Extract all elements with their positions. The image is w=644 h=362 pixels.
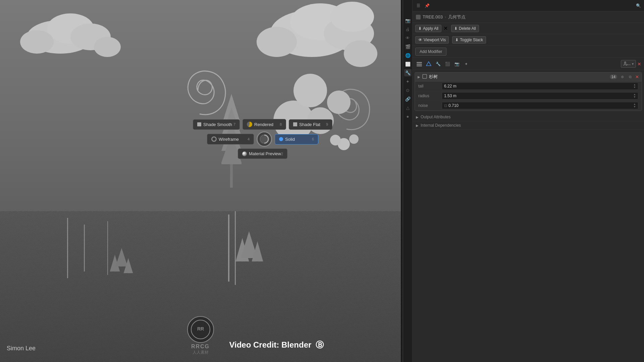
breadcrumb: TREE.003 › 几何节点 — [413, 11, 644, 23]
panel-output-icon[interactable]: 🖨 — [404, 25, 412, 33]
add-modifier-label: Add Modifier — [420, 49, 442, 54]
rendered-icon — [247, 122, 252, 127]
prop-radius: radius 1.53 m ▲ ▼ — [415, 91, 642, 101]
mod-duplicate-btn[interactable]: ⧉ — [627, 74, 633, 80]
svg-marker-4 — [116, 248, 128, 266]
apply-all-label: Apply All — [423, 26, 438, 31]
material-preview-btn[interactable]: Material Preview 2 — [238, 148, 287, 159]
prop-noise-down[interactable]: ▼ — [633, 106, 636, 108]
panel-actions-row2: 👁 Viewport Vis ⬇ Toggle Stack — [413, 34, 644, 46]
panel-data-icon[interactable]: △ — [404, 104, 412, 111]
mod-type-geo-icon[interactable] — [425, 60, 433, 68]
panel-physics-icon[interactable]: ⊙ — [404, 86, 412, 94]
viewport-vis-btn[interactable]: 👁 Viewport Vis — [415, 36, 449, 44]
prop-radius-input[interactable]: 1.53 m ▲ ▼ — [442, 92, 638, 100]
mod-copy-btn[interactable]: ⊕ — [619, 74, 625, 80]
shade-smooth-label: Shade Smooth — [203, 122, 232, 127]
panel-actions-row: ⬇ Apply All ✕ ⬇ Delete All — [413, 23, 644, 34]
watermark-sub: 人人素材 — [193, 350, 209, 355]
output-attributes-label: Output Attributes — [421, 115, 450, 119]
properties-panel: 📷 🖨 👁 🎬 🌐 ⬜ 🔧 ✦ ⊙ 🔗 △ ● ☰ 📌 🔍 TREE.003 ›… — [402, 0, 644, 362]
prop-tall-input[interactable]: 6.22 m ▲ ▼ — [442, 82, 638, 90]
panel-object-icon[interactable]: ⬜ — [404, 60, 412, 68]
modifier-type-bar: 🔧 ⬛ 📷 ✦ 几... ▾ ✕ — [413, 58, 644, 70]
blender-icon: Ⓑ — [316, 340, 324, 349]
output-attributes-section[interactable]: ▶ Output Attributes — [413, 113, 644, 121]
prop-tall-down[interactable]: ▼ — [633, 86, 636, 89]
panel-constraints-icon[interactable]: 🔗 — [404, 95, 412, 103]
material-preview-label: Material Preview — [249, 151, 281, 156]
internal-chevron: ▶ — [416, 124, 419, 127]
solid-btn[interactable]: Solid 6 — [275, 134, 318, 144]
solid-key: 6 — [312, 137, 314, 141]
prop-noise: noise ⊡ 0.710 ▲ ▼ — [415, 101, 642, 111]
panel-material-icon[interactable]: ● — [404, 113, 412, 120]
viewport-3d[interactable]: Shade Smooth 7 Rendered 8 Shade Flat 9 — [0, 0, 401, 362]
svg-rect-21 — [423, 74, 427, 78]
mod-expand-icon[interactable]: ▶ — [418, 75, 420, 79]
apply-all-close[interactable]: ✕ — [443, 25, 448, 32]
mod-delete-btn[interactable]: ✕ — [635, 74, 639, 79]
panel-render-icon[interactable]: 📷 — [404, 17, 412, 24]
prop-noise-arrows: ▲ ▼ — [633, 103, 636, 108]
toggle-stack-label: Toggle Stack — [460, 38, 483, 42]
view-menu-row-mid: Wireframe 4 Solid 6 — [207, 131, 318, 147]
panel-particles-icon[interactable]: ✦ — [404, 78, 412, 85]
panel-top-bar: ☰ 📌 🔍 — [413, 0, 644, 11]
mod-type-box-icon[interactable]: ⬛ — [443, 60, 451, 68]
toggle-stack-btn[interactable]: ⬇ Toggle Stack — [452, 36, 486, 44]
add-modifier-btn[interactable]: Add Modifier — [415, 48, 446, 56]
mod-type-wrench-icon[interactable]: 🔧 — [434, 60, 442, 68]
wireframe-label: Wireframe — [219, 137, 239, 142]
solid-label: Solid — [285, 137, 295, 142]
panel-modifier-icon[interactable]: 🔧 — [404, 69, 412, 76]
modifier-box: ▶ 杉树 14 ⊕ ⧉ ✕ tall 6.22 m ▲ — [415, 72, 642, 111]
material-preview-icon — [242, 152, 247, 156]
panel-pin-icon[interactable]: 📌 — [423, 2, 431, 9]
internal-dependencies-section[interactable]: ▶ Internal Dependencies — [413, 121, 644, 130]
modifier-header: ▶ 杉树 14 ⊕ ⧉ ✕ — [415, 72, 642, 81]
panel-world-icon[interactable]: 🌐 — [404, 52, 412, 59]
panel-view-icon[interactable]: 👁 — [404, 34, 412, 42]
material-preview-key: 2 — [281, 152, 283, 156]
panel-scene-icon[interactable]: 🎬 — [404, 43, 412, 50]
panel-menu-icon[interactable]: ☰ — [415, 2, 422, 9]
shade-flat-btn[interactable]: Shade Flat 9 — [289, 119, 332, 130]
apply-all-btn[interactable]: ⬇ Apply All — [415, 25, 441, 32]
viewport-vis-icon: 👁 — [418, 38, 422, 42]
prop-radius-down[interactable]: ▼ — [633, 96, 636, 99]
rendered-btn[interactable]: Rendered 8 — [243, 119, 286, 130]
prop-radius-value: 1.53 m — [444, 94, 457, 98]
apply-all-icon: ⬇ — [418, 26, 422, 31]
prop-tall-value: 6.22 m — [444, 84, 457, 88]
credit-label: Video Credit: Blender Ⓑ — [229, 340, 324, 350]
watermark-logo: RR — [187, 316, 214, 343]
prop-radius-arrows: ▲ ▼ — [633, 93, 636, 99]
rendered-key: 8 — [280, 122, 282, 126]
delete-all-icon: ⬇ — [454, 26, 458, 31]
mod-type-close[interactable]: ✕ — [637, 61, 641, 67]
delete-all-label: Delete All — [459, 26, 476, 31]
panel-main-content: ☰ 📌 🔍 TREE.003 › 几何节点 ⬇ Apply All ✕ ⬇ De… — [413, 0, 644, 362]
author-label: Simon Lee — [7, 345, 36, 352]
panel-search-icon[interactable]: 🔍 — [635, 2, 642, 9]
delete-all-btn[interactable]: ⬇ Delete All — [451, 25, 479, 32]
prop-radius-label: radius — [418, 94, 442, 98]
mod-type-camera-icon[interactable]: 📷 — [453, 60, 461, 68]
shade-flat-icon — [293, 122, 297, 126]
shade-flat-label: Shade Flat — [299, 122, 320, 127]
prop-tall-arrows: ▲ ▼ — [633, 83, 636, 89]
shade-smooth-btn[interactable]: Shade Smooth 7 — [193, 119, 240, 130]
prop-noise-input[interactable]: ⊡ 0.710 ▲ ▼ — [442, 102, 638, 109]
view-center-spinner — [257, 131, 272, 147]
prop-tall: tall 6.22 m ▲ ▼ — [415, 81, 642, 91]
view-menu-row-bot: Material Preview 2 — [238, 148, 287, 159]
wireframe-key: 4 — [248, 137, 250, 141]
mod-type-particle-icon[interactable]: ✦ — [462, 60, 470, 68]
watermark-text: RRCG — [191, 344, 210, 350]
output-chevron: ▶ — [416, 115, 419, 119]
mod-type-label: 几... — [623, 61, 631, 67]
mod-type-select[interactable]: 几... ▾ — [621, 60, 636, 68]
wireframe-btn[interactable]: Wireframe 4 — [207, 134, 254, 144]
mod-type-dropdown[interactable] — [415, 60, 423, 68]
